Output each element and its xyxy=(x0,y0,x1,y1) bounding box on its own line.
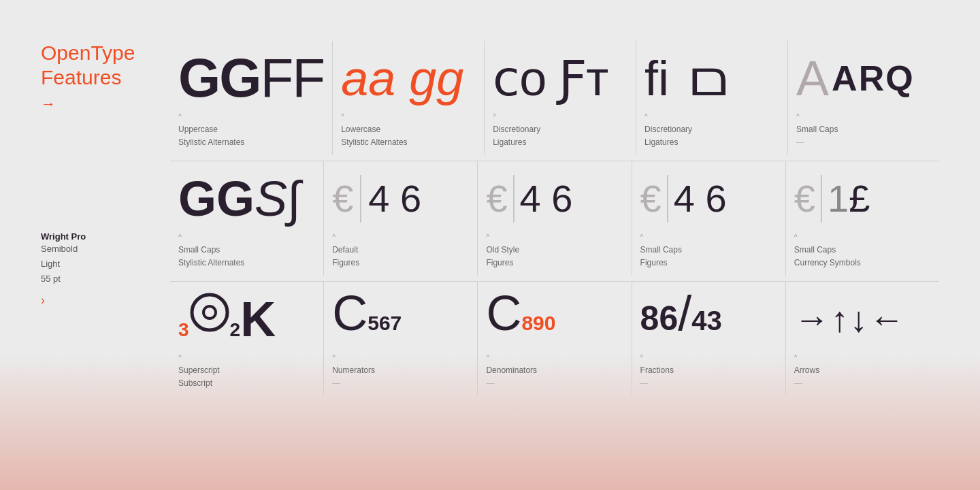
col-arrows: →↑↓← ^ Arrows— xyxy=(785,282,939,396)
glyph-display-oldstyle-figures: € 4 6 xyxy=(486,168,623,229)
glyph-ARQ: ARQ xyxy=(832,61,915,96)
glyph-46-default: 4 6 xyxy=(368,180,421,218)
col-small-caps: A ARQ ^ Small Caps— xyxy=(787,41,939,155)
row-3-displays: 3 2 K ^ SuperscriptSubscr xyxy=(170,282,939,402)
glyph-display-aarq: A ARQ xyxy=(796,48,931,109)
arrow-right-icon[interactable]: → xyxy=(41,95,157,113)
glyph-GG: GG xyxy=(178,51,260,105)
col-default-figures: € 4 6 ^ DefaultFigures xyxy=(323,161,477,276)
caret-13: ^ xyxy=(486,354,623,361)
label-denominators: Denominators— xyxy=(486,365,537,388)
glyph-euro-sc: € xyxy=(640,180,662,218)
glyph-43: 43 xyxy=(691,307,722,334)
glyph-display-sc-currency: € 1 £ xyxy=(794,168,931,229)
glyph-display-coft: ᴄo Ƒт xyxy=(493,48,627,109)
glyph-SS: S∫ xyxy=(255,174,301,223)
svg-point-1 xyxy=(203,306,216,318)
glyph-FF: FF xyxy=(260,51,324,105)
svg-point-0 xyxy=(192,295,227,330)
col-denominators: C 890 ^ Denominators— xyxy=(477,282,631,396)
col-uppercase-alternates: GG FF ^ UppercaseStylistic Alternates xyxy=(170,41,332,155)
caret-15: ^ xyxy=(794,354,931,361)
col-oldstyle-figures: € 4 6 ^ Old StyleFigures xyxy=(477,161,631,276)
caret-11: ^ xyxy=(178,354,315,361)
glyph-euro-oldstyle: € xyxy=(486,180,507,218)
glyph-fitt: ﬁ ﬦ xyxy=(644,54,733,103)
col-disc-lig-2: ﬁ ﬦ ^ DiscretionaryLigatures xyxy=(636,41,787,155)
label-sc-figures: Small CapsFigures xyxy=(640,245,682,267)
label-numerators: Numerators— xyxy=(332,365,375,388)
caret-6: ^ xyxy=(178,233,315,241)
col-smallcaps-alternates: GG S∫ ^ Small CapsStylistic Alternates xyxy=(170,161,323,276)
glyph-aagg: aa gg xyxy=(341,54,463,103)
label-superscript: SuperscriptSubscript xyxy=(178,365,220,388)
glyph-46-oldstyle: 4 6 xyxy=(520,180,573,218)
col-fractions: 86 / 43 ^ Fractions— xyxy=(632,282,785,396)
caret-10: ^ xyxy=(794,233,931,241)
row-1-displays: GG FF ^ UppercaseStylistic Alternates aa… xyxy=(170,41,939,161)
col-disc-lig-1: ᴄo Ƒт ^ Discretionary Ligatures xyxy=(484,41,636,155)
caret-12: ^ xyxy=(332,354,469,361)
glyph-slash: / xyxy=(678,289,691,338)
label-smallcaps-alt: Small CapsStylistic Alternates xyxy=(178,245,244,267)
glyph-display-denominators: C 890 xyxy=(486,289,623,350)
glyph-coft: ᴄo Ƒт xyxy=(493,54,608,103)
glyph-display-ggff: GG FF xyxy=(178,48,324,109)
caret-2: ^ xyxy=(341,113,476,120)
glyph-K: K xyxy=(240,295,276,344)
glyph-A-large: A xyxy=(796,54,829,103)
divider-line-1 xyxy=(360,175,361,223)
glyph-1-sccur: 1 xyxy=(828,180,849,218)
sidebar: OpenType Features → xyxy=(41,41,170,402)
glyph-super-3: 3 xyxy=(178,321,189,340)
glyph-sub-2: 2 xyxy=(230,321,241,340)
caret-3: ^ xyxy=(493,113,627,120)
glyph-euro-default: € xyxy=(332,180,353,218)
label-oldstyle-figures: Old StyleFigures xyxy=(486,245,519,267)
label-small-caps: Small Caps— xyxy=(796,125,838,147)
caret-14: ^ xyxy=(640,354,777,361)
glyph-890: 890 xyxy=(521,313,555,333)
label-disc-lig-1: Discretionary xyxy=(493,125,540,134)
glyph-display-aagg: aa gg xyxy=(341,48,476,109)
label-disc-lig-1b: Ligatures xyxy=(493,137,526,147)
glyph-46-sc: 4 6 xyxy=(674,180,727,218)
caret-7: ^ xyxy=(332,233,469,241)
label-sc-currency: Small CapsCurrency Symbols xyxy=(794,245,861,267)
font-details: Semibold Light 55 pt xyxy=(41,242,86,287)
caret-5: ^ xyxy=(796,113,931,120)
glyph-C-denom: C xyxy=(486,289,521,338)
label-uppercase-alternates: UppercaseStylistic Alternates xyxy=(178,125,244,147)
caret-8: ^ xyxy=(486,233,623,241)
glyph-display-arrows: →↑↓← xyxy=(794,289,931,350)
font-name-label: Wright Pro xyxy=(41,231,86,242)
glyph-GG2: GG xyxy=(178,174,255,223)
main-container: OpenType Features → GG FF ^ Upperc xyxy=(0,0,980,402)
caret-4: ^ xyxy=(644,113,779,120)
opentype-title: OpenType Features xyxy=(41,41,157,90)
col-numerators: C 567 ^ Numerators— xyxy=(323,282,477,396)
label-default-figures: DefaultFigures xyxy=(332,245,359,267)
glyph-display-numerators: C 567 xyxy=(332,289,469,350)
caret-1: ^ xyxy=(178,113,324,120)
glyph-arrows: →↑↓← xyxy=(794,301,906,337)
glyph-display-smallcaps-figures: € 4 6 xyxy=(640,168,777,229)
glyph-euro-sccur: € xyxy=(794,180,815,218)
glyph-display-fractions: 86 / 43 xyxy=(640,289,777,350)
label-lowercase-alternates: LowercaseStylistic Alternates xyxy=(341,125,407,147)
label-arrows: Arrows— xyxy=(794,365,819,388)
col-superscript: 3 2 K ^ SuperscriptSubscr xyxy=(170,282,323,396)
glyph-86: 86 xyxy=(640,301,679,336)
row-2-displays: GG S∫ ^ Small CapsStylistic Alternates €… xyxy=(170,161,939,282)
col-lowercase-alternates: aa gg ^ LowercaseStylistic Alternates xyxy=(332,41,484,155)
glyph-display-default-figures: € 4 6 xyxy=(332,168,469,229)
divider-line-4 xyxy=(821,175,822,223)
glyph-567: 567 xyxy=(368,313,402,333)
features-grid: GG FF ^ UppercaseStylistic Alternates aa… xyxy=(170,41,939,402)
font-info-block: Wright Pro Semibold Light 55 pt › xyxy=(41,231,86,308)
glyph-display-ggss: GG S∫ xyxy=(178,168,315,229)
glyph-display-fitt: ﬁ ﬦ xyxy=(644,48,779,109)
arrow-small-icon[interactable]: › xyxy=(41,293,86,308)
glyph-pound-sccur: £ xyxy=(849,180,870,218)
divider-line-2 xyxy=(513,175,514,223)
